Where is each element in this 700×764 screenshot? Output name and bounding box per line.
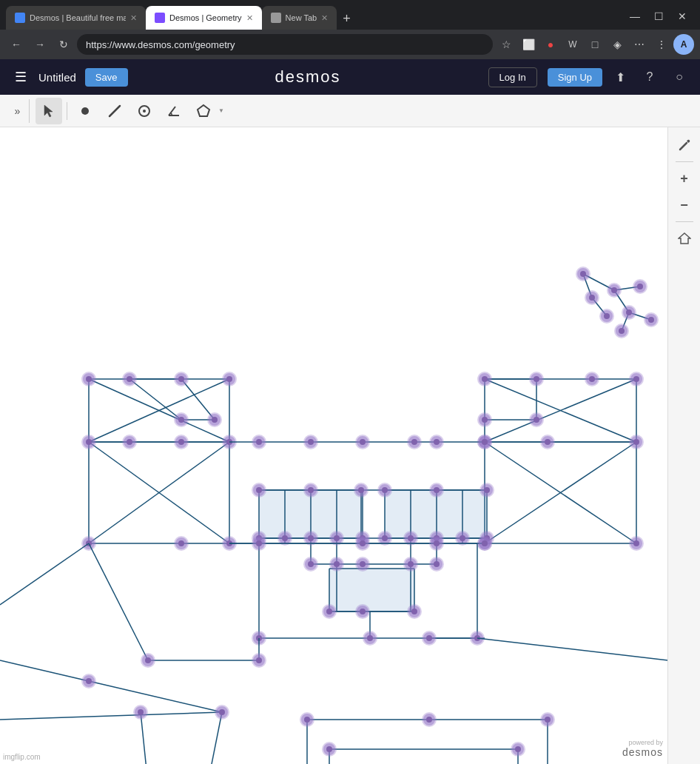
svg-point-4	[143, 110, 146, 113]
svg-point-134	[334, 535, 340, 541]
tab-3-close[interactable]: ✕	[321, 13, 328, 23]
home-icon	[678, 232, 691, 245]
svg-point-76	[534, 417, 539, 423]
svg-point-30	[604, 313, 610, 319]
svg-point-219	[145, 657, 151, 663]
svg-point-148	[308, 561, 314, 567]
svg-line-2	[110, 106, 120, 116]
maximize-button[interactable]: ☐	[647, 6, 670, 27]
svg-point-189	[304, 717, 310, 723]
point-icon	[78, 104, 92, 118]
cast-icon[interactable]: ⬜	[518, 34, 539, 55]
svg-point-28	[589, 295, 595, 301]
login-button[interactable]: Log In	[488, 67, 537, 87]
line-tool[interactable]	[101, 98, 128, 124]
angle-tool[interactable]	[161, 98, 187, 124]
svg-point-16	[580, 271, 586, 277]
geometry-canvas: .geo-line { stroke: #1a5276; stroke-widt…	[0, 127, 700, 764]
panel-divider-2	[676, 221, 693, 222]
svg-point-158	[326, 609, 332, 614]
menu-icon[interactable]: ⋮	[651, 34, 672, 55]
svg-point-156	[434, 561, 440, 567]
svg-point-52	[178, 439, 184, 445]
tab-2-title: Desmos | Geometry	[169, 13, 242, 22]
close-button[interactable]: ✕	[670, 6, 694, 27]
svg-point-213	[86, 678, 92, 684]
svg-point-132	[308, 535, 314, 541]
profile-button[interactable]: A	[673, 34, 694, 55]
svg-point-82	[633, 439, 639, 445]
polygon-tool[interactable]	[190, 98, 217, 124]
save-button[interactable]: Save	[85, 68, 128, 87]
point-tool[interactable]	[72, 98, 98, 124]
settings-panel-button[interactable]	[673, 133, 696, 157]
bookmark-icon[interactable]: ☆	[496, 34, 516, 55]
document-title: Untitled	[38, 71, 76, 84]
svg-point-106	[308, 439, 314, 445]
svg-point-182	[426, 635, 432, 641]
svg-point-180	[367, 635, 373, 641]
extension-icon-5[interactable]: ⋯	[629, 34, 650, 55]
account-icon[interactable]: ○	[667, 65, 691, 89]
tab-3-favicon	[271, 13, 281, 23]
tab-2-close[interactable]: ✕	[246, 13, 253, 23]
reload-button[interactable]: ↻	[53, 34, 74, 55]
tab-3[interactable]: New Tab ✕	[262, 6, 337, 30]
svg-point-112	[434, 439, 440, 445]
extension-icon-1[interactable]: ●	[540, 34, 561, 55]
extension-icon-4[interactable]: ◈	[607, 34, 627, 55]
cursor-icon	[41, 104, 56, 118]
expand-panel-button[interactable]: »	[6, 99, 30, 123]
forward-button[interactable]: →	[30, 34, 50, 55]
canvas-area[interactable]: .geo-line { stroke: #1a5276; stroke-widt…	[0, 127, 700, 764]
url-input[interactable]	[86, 39, 484, 50]
svg-point-48	[178, 417, 184, 423]
select-tool[interactable]	[36, 98, 62, 124]
svg-marker-0	[44, 105, 53, 117]
zoom-in-button[interactable]: +	[673, 167, 696, 190]
zoom-out-button[interactable]: −	[673, 193, 696, 217]
share-icon[interactable]: ⬆	[608, 65, 632, 89]
canvas-background	[0, 127, 700, 764]
svg-point-114	[482, 439, 488, 445]
svg-point-162	[411, 609, 417, 614]
polygon-icon	[196, 104, 211, 118]
svg-point-205	[219, 709, 225, 715]
tab-1-title: Desmos | Beautiful free math...	[30, 13, 126, 22]
svg-point-144	[460, 535, 465, 541]
signup-button[interactable]: Sign Up	[548, 68, 602, 87]
right-panel: + −	[667, 127, 700, 764]
tab-2[interactable]: Desmos | Geometry ✕	[146, 6, 262, 30]
svg-point-86	[633, 540, 639, 546]
wrench-icon	[678, 138, 691, 152]
svg-point-68	[534, 376, 539, 382]
dropdown-arrow[interactable]: ▼	[218, 108, 224, 114]
svg-point-70	[589, 376, 595, 382]
svg-point-42	[226, 376, 232, 382]
svg-point-38	[127, 376, 132, 382]
svg-point-116	[256, 487, 262, 493]
svg-point-22	[626, 309, 632, 315]
app-header: ☰ Untitled Save desmos Log In Sign Up ⬆ …	[0, 59, 700, 95]
tab-1[interactable]: Desmos | Beautiful free math... ✕	[6, 6, 146, 30]
minimize-button[interactable]: —	[623, 6, 647, 27]
svg-point-20	[637, 284, 643, 289]
circle-tool[interactable]	[131, 98, 158, 124]
svg-point-74	[482, 417, 488, 423]
svg-point-50	[212, 417, 218, 423]
svg-point-46	[127, 439, 132, 445]
svg-point-26	[619, 328, 625, 334]
help-icon[interactable]: ?	[638, 65, 662, 89]
new-tab-button[interactable]: +	[337, 11, 357, 27]
extension-icon-3[interactable]: □	[585, 34, 605, 55]
svg-point-18	[611, 287, 617, 293]
hamburger-menu[interactable]: ☰	[9, 65, 33, 89]
tab-2-favicon	[155, 13, 165, 23]
svg-line-222	[680, 143, 687, 150]
home-button[interactable]	[673, 227, 696, 250]
back-button[interactable]: ←	[6, 34, 27, 55]
extension-icon-2[interactable]: W	[562, 34, 583, 55]
svg-point-104	[256, 439, 262, 445]
tab-1-close[interactable]: ✕	[130, 13, 137, 23]
browser-icons: ☆ ⬜ ● W □ ◈ ⋯ ⋮ A	[496, 34, 694, 55]
